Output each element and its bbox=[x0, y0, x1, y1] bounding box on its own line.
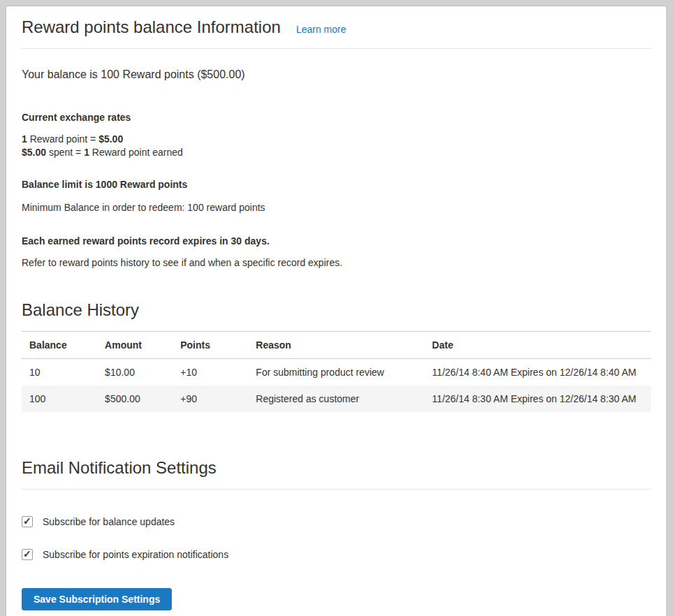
cell-balance: 100 bbox=[22, 386, 97, 412]
cell-reason: Registered as customer bbox=[248, 386, 424, 412]
balance-summary: Your balance is 100 Reward points ($500.… bbox=[22, 68, 651, 81]
save-subscription-settings-button[interactable]: Save Subscription Settings bbox=[22, 588, 172, 610]
exchange-earn-suffix: Reward point earned bbox=[89, 147, 183, 158]
exchange-earn-amount: $5.00 bbox=[22, 147, 46, 158]
column-header-points: Points bbox=[173, 332, 248, 359]
exchange-rate-text: Reward point = bbox=[27, 133, 98, 145]
balance-history-table: Balance Amount Points Reason Date 10 $10… bbox=[22, 331, 651, 412]
exchange-rates-lines: 1 Reward point = $5.00 $5.00 spent = 1 R… bbox=[22, 133, 651, 159]
cell-points: +10 bbox=[173, 359, 248, 386]
cell-amount: $500.00 bbox=[97, 386, 173, 412]
subscribe-balance-updates-label[interactable]: Subscribe for balance updates bbox=[43, 516, 175, 527]
minimum-balance-text: Minimum Balance in order to redeem: 100 … bbox=[22, 202, 651, 213]
cell-amount: $10.00 bbox=[97, 359, 173, 386]
balance-history-heading: Balance History bbox=[22, 300, 651, 320]
exchange-rate-line-2: $5.00 spent = 1 Reward point earned bbox=[22, 146, 651, 159]
subscribe-expiration-label[interactable]: Subscribe for points expiration notifica… bbox=[43, 549, 228, 560]
learn-more-link[interactable]: Learn more bbox=[296, 24, 346, 35]
expiration-rule-text: Each earned reward points record expires… bbox=[22, 235, 651, 247]
subscribe-balance-updates-checkbox[interactable] bbox=[22, 516, 33, 527]
column-header-date: Date bbox=[425, 332, 651, 359]
cell-points: +90 bbox=[173, 386, 248, 412]
reward-points-card: Reward points balance Information Learn … bbox=[6, 6, 667, 616]
email-notification-heading: Email Notification Settings bbox=[22, 458, 651, 490]
page-header: Reward points balance Information Learn … bbox=[22, 17, 651, 49]
balance-limit-text: Balance limit is 1000 Reward points bbox=[22, 179, 651, 190]
expiration-note-text: Refer to reward points history to see if… bbox=[22, 257, 651, 268]
cell-reason: For submitting product review bbox=[248, 359, 424, 386]
exchange-earn-points: 1 bbox=[84, 147, 89, 158]
exchange-rate-value: $5.00 bbox=[98, 133, 123, 145]
cell-date: 11/26/14 8:40 AM Expires on 12/26/14 8:4… bbox=[425, 359, 651, 386]
column-header-amount: Amount bbox=[97, 332, 173, 359]
exchange-rate-line-1: 1 Reward point = $5.00 bbox=[22, 133, 651, 146]
subscribe-expiration-checkbox[interactable] bbox=[22, 549, 33, 560]
table-header-row: Balance Amount Points Reason Date bbox=[22, 332, 651, 359]
subscribe-balance-updates-row: Subscribe for balance updates bbox=[22, 516, 651, 527]
subscribe-expiration-row: Subscribe for points expiration notifica… bbox=[22, 549, 651, 560]
exchange-rates-heading: Current exchange rates bbox=[22, 112, 651, 123]
exchange-rate-points: 1 bbox=[22, 133, 27, 145]
cell-date: 11/26/14 8:30 AM Expires on 12/26/14 8:3… bbox=[425, 386, 651, 412]
page-title: Reward points balance Information bbox=[22, 17, 281, 37]
table-row: 10 $10.00 +10 For submitting product rev… bbox=[22, 359, 651, 386]
column-header-balance: Balance bbox=[22, 332, 97, 359]
cell-balance: 10 bbox=[22, 359, 97, 386]
column-header-reason: Reason bbox=[248, 332, 424, 359]
table-row: 100 $500.00 +90 Registered as customer 1… bbox=[22, 386, 651, 412]
exchange-earn-text: spent = bbox=[46, 147, 84, 158]
